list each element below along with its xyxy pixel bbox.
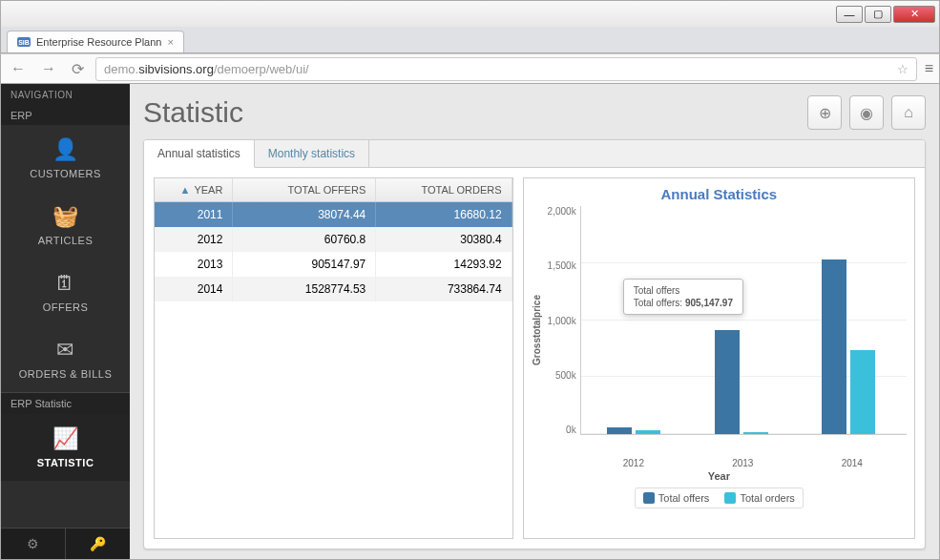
cell-offers: 60760.8 <box>233 227 376 252</box>
cell-offers: 1528774.53 <box>233 277 376 301</box>
plus-icon: ⊕ <box>819 104 831 122</box>
bar-offers[interactable] <box>607 427 632 434</box>
mail-icon: ✉ <box>56 338 74 363</box>
swatch-orders <box>724 492 736 504</box>
cell-orders: 30380.4 <box>376 227 512 252</box>
sidebar-item-orders-bills[interactable]: ✉ ORDERS & BILLS <box>1 325 130 392</box>
chart-legend: Total offers Total orders <box>635 487 804 508</box>
annual-statistics-chart: Annual Statistics Grosstotalprice 2,000k… <box>523 177 915 539</box>
sidebar-item-label: STATISTIC <box>37 457 94 468</box>
settings-gear-icon[interactable]: ⚙ <box>1 529 66 559</box>
cell-year: 2013 <box>155 252 233 277</box>
target-icon: ◉ <box>860 104 873 122</box>
cell-year: 2014 <box>155 277 233 301</box>
url-input[interactable]: demo.sibvisions.org/demoerp/web/ui/ ☆ <box>95 57 917 81</box>
chart-plot-area <box>580 206 907 435</box>
sort-asc-icon: ▲ <box>180 184 191 196</box>
cell-offers: 38074.44 <box>233 202 376 227</box>
cell-orders: 14293.92 <box>376 252 512 277</box>
browser-toolbar: ← → ⟳ demo.sibvisions.org/demoerp/web/ui… <box>0 53 940 84</box>
cell-orders: 16680.12 <box>376 202 512 227</box>
tooltip-series-name: Total offers <box>634 285 733 296</box>
cell-orders: 733864.74 <box>376 277 512 301</box>
col-year[interactable]: ▲YEAR <box>155 178 233 201</box>
home-button[interactable]: ⌂ <box>891 95 926 130</box>
window-titlebar: — ▢ ✕ <box>0 0 940 27</box>
bar-offers[interactable] <box>822 259 846 434</box>
basket-icon: 🧺 <box>52 204 79 229</box>
tab-monthly-statistics[interactable]: Monthly statistics <box>255 140 369 167</box>
page-title: Statistic <box>143 96 243 129</box>
document-icon: 🗓 <box>54 271 76 296</box>
browser-menu-icon[interactable]: ≡ <box>925 60 933 77</box>
x-axis-label: Year <box>532 470 907 482</box>
sidebar-item-customers[interactable]: 👤 CUSTOMERS <box>1 125 130 192</box>
bar-orders[interactable] <box>850 350 875 434</box>
sidebar: NAVIGATION ERP 👤 CUSTOMERS 🧺 ARTICLES 🗓 … <box>1 84 130 559</box>
forward-icon[interactable]: → <box>37 58 60 79</box>
tab-close-icon[interactable]: × <box>167 36 173 48</box>
sidebar-item-offers[interactable]: 🗓 OFFERS <box>1 259 130 325</box>
sidebar-item-statistic[interactable]: 📈 STATISTIC <box>1 414 130 481</box>
chart-tooltip: Total offers Total offers: 905,147.97 <box>623 279 743 315</box>
favicon-icon: SIB <box>17 37 31 47</box>
key-icon[interactable]: 🔑 <box>66 529 130 559</box>
table-row[interactable]: 201260760.830380.4 <box>155 227 512 252</box>
cell-offers: 905147.97 <box>233 252 376 277</box>
bookmark-star-icon[interactable]: ☆ <box>897 62 909 76</box>
swatch-offers <box>643 492 655 504</box>
browser-tab-row: SIB Enterprise Resource Plann × <box>0 27 940 53</box>
sidebar-group-statistic[interactable]: ERP Statistic <box>1 392 130 414</box>
reload-icon[interactable]: ⟳ <box>68 58 88 80</box>
tab-title: Enterprise Resource Plann <box>36 36 161 48</box>
sidebar-nav-label: NAVIGATION <box>1 84 130 106</box>
tab-annual-statistics[interactable]: Annual statistics <box>144 140 255 168</box>
sidebar-item-articles[interactable]: 🧺 ARTICLES <box>1 192 130 259</box>
statistics-table: ▲YEAR TOTAL OFFERS TOTAL ORDERS 20113807… <box>154 177 513 539</box>
chart-icon: 📈 <box>52 426 79 451</box>
col-total-offers[interactable]: TOTAL OFFERS <box>233 178 376 201</box>
browser-tab[interactable]: SIB Enterprise Resource Plann × <box>7 31 184 52</box>
col-total-orders[interactable]: TOTAL ORDERS <box>376 178 512 201</box>
cell-year: 2011 <box>155 202 233 227</box>
sidebar-group-erp[interactable]: ERP <box>1 106 130 125</box>
home-icon: ⌂ <box>904 104 913 121</box>
window-maximize-button[interactable]: ▢ <box>865 6 891 23</box>
sidebar-item-label: CUSTOMERS <box>30 168 101 179</box>
back-icon[interactable]: ← <box>7 58 30 79</box>
y-axis-label: Grosstotalprice <box>532 295 542 365</box>
x-axis-ticks: 201220132014 <box>579 458 907 468</box>
reload-button[interactable]: ◉ <box>849 95 884 130</box>
url-text: demo.sibvisions.org/demoerp/web/ui/ <box>104 62 309 76</box>
cell-year: 2012 <box>155 227 233 252</box>
table-header-row: ▲YEAR TOTAL OFFERS TOTAL ORDERS <box>155 178 512 202</box>
table-row[interactable]: 201138074.4416680.12 <box>155 202 512 227</box>
window-close-button[interactable]: ✕ <box>893 6 935 23</box>
bar-orders[interactable] <box>743 432 768 434</box>
table-row[interactable]: 20141528774.53733864.74 <box>155 277 512 301</box>
add-button[interactable]: ⊕ <box>807 95 842 130</box>
user-icon: 👤 <box>52 137 79 162</box>
bar-orders[interactable] <box>636 430 660 434</box>
bar-offers[interactable] <box>715 330 740 434</box>
table-row[interactable]: 2013905147.9714293.92 <box>155 252 512 277</box>
sidebar-item-label: ARTICLES <box>38 235 94 246</box>
panel-tabs: Annual statistics Monthly statistics <box>144 140 925 168</box>
sidebar-item-label: OFFERS <box>43 301 89 313</box>
chart-title: Annual Statistics <box>532 186 907 202</box>
y-axis-ticks: 2,000k1,500k1,000k500k0k <box>542 206 580 435</box>
sidebar-item-label: ORDERS & BILLS <box>19 368 112 380</box>
window-minimize-button[interactable]: — <box>836 6 863 23</box>
legend-total-orders: Total orders <box>724 492 794 504</box>
legend-total-offers: Total offers <box>643 492 710 504</box>
